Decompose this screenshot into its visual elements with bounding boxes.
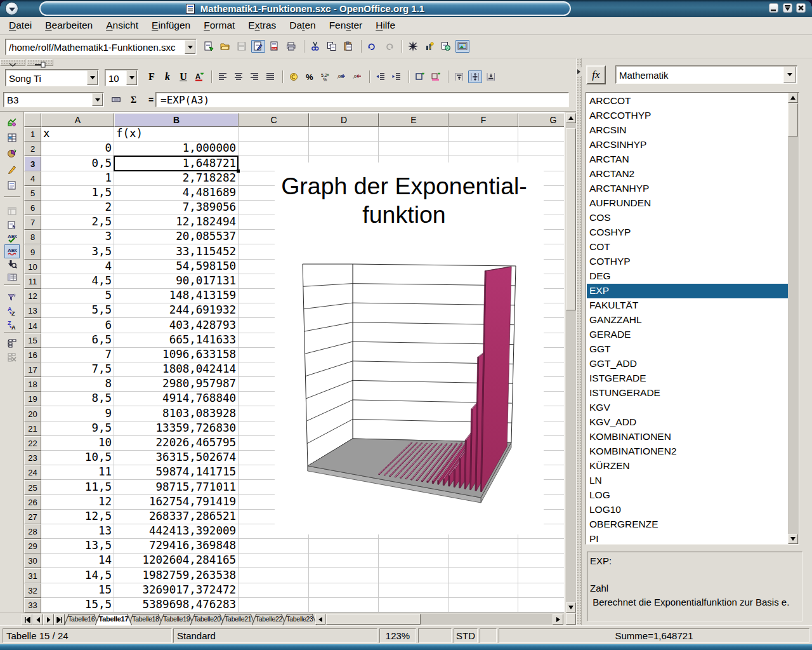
menu-hilfe[interactable]: Hilfe — [369, 17, 402, 34]
cell-G30[interactable] — [518, 554, 564, 568]
draw-functions-icon[interactable] — [4, 162, 20, 176]
background-color-icon[interactable] — [429, 70, 443, 83]
print-icon[interactable] — [284, 40, 298, 53]
cell-B17[interactable]: 1808,042414 — [114, 362, 239, 377]
toolbar-collapse-handle[interactable] — [0, 59, 25, 66]
cell-B27[interactable]: 268337,286521 — [114, 510, 239, 524]
cell-D29[interactable] — [309, 539, 379, 554]
cell-A17[interactable]: 7,5 — [41, 362, 114, 377]
function-item-OBERGRENZE[interactable]: OBERGRENZE — [587, 517, 789, 532]
list-scroll-down-icon[interactable] — [788, 534, 798, 544]
row-header-11[interactable]: 11 — [24, 274, 41, 289]
sheet-tab-tabelle22[interactable]: Tabelle22 — [252, 614, 287, 625]
select-all-corner[interactable] — [24, 113, 41, 127]
cell-F30[interactable] — [449, 554, 518, 568]
cell-A11[interactable]: 4,5 — [41, 274, 114, 289]
row-header-24[interactable]: 24 — [24, 465, 41, 480]
cell-B9[interactable]: 33,115452 — [114, 244, 239, 260]
cell-A19[interactable]: 8,5 — [41, 392, 114, 406]
function-autopilot-button[interactable]: fx — [586, 65, 606, 84]
row-header-20[interactable]: 20 — [24, 406, 41, 421]
cell-A13[interactable]: 5,5 — [41, 303, 114, 318]
find-replace-icon[interactable] — [4, 257, 20, 271]
cell-A20[interactable]: 9 — [41, 406, 114, 421]
align-bottom-icon[interactable] — [484, 70, 498, 83]
cell-A23[interactable]: 10,5 — [41, 451, 114, 465]
cell-A18[interactable]: 8 — [41, 377, 114, 392]
row-header-33[interactable]: 33 — [24, 598, 41, 613]
function-item-FAKULTÄT[interactable]: FAKULTÄT — [587, 298, 789, 313]
cell-F31[interactable] — [449, 568, 518, 583]
row-header-22[interactable]: 22 — [24, 436, 41, 451]
autofilter-icon[interactable] — [4, 290, 20, 304]
cell-C29[interactable] — [239, 539, 309, 554]
row-header-9[interactable]: 9 — [24, 244, 41, 260]
column-header-G[interactable]: G — [518, 113, 564, 127]
cell-B21[interactable]: 13359,726830 — [114, 421, 239, 436]
function-item-AUFRUNDEN[interactable]: AUFRUNDEN — [587, 196, 789, 211]
row-header-30[interactable]: 30 — [24, 554, 41, 568]
function-item-LN[interactable]: LN — [587, 474, 789, 488]
function-item-PI[interactable]: PI — [587, 532, 789, 545]
sort-descending-icon[interactable]: ZA — [4, 318, 20, 332]
function-item-GGT[interactable]: GGT — [587, 342, 789, 357]
cell-A21[interactable]: 9,5 — [41, 421, 114, 436]
cell-B30[interactable]: 1202604,284165 — [114, 554, 239, 568]
menu-daten[interactable]: Daten — [282, 17, 322, 34]
cell-B15[interactable]: 665,141633 — [114, 333, 239, 348]
insert-object-icon[interactable] — [4, 147, 20, 161]
row-header-13[interactable]: 13 — [24, 303, 41, 318]
increase-indent-icon[interactable] — [390, 70, 403, 83]
cell-B5[interactable]: 4,481689 — [114, 186, 239, 201]
cell-B29[interactable]: 729416,369848 — [114, 539, 239, 554]
cell-C2[interactable] — [239, 142, 309, 156]
insert-icon[interactable] — [4, 115, 20, 129]
row-header-6[interactable]: 6 — [24, 201, 41, 215]
row-header-18[interactable]: 18 — [24, 377, 41, 392]
column-header-B[interactable]: B — [114, 113, 239, 127]
cell-F33[interactable] — [449, 598, 518, 613]
cell-B22[interactable]: 22026,465795 — [114, 436, 239, 451]
sheet-tab-tabelle23[interactable]: Tabelle23 — [282, 614, 317, 625]
function-category-dropdown-icon[interactable] — [783, 67, 796, 83]
cell-A30[interactable]: 14 — [41, 554, 114, 568]
cell-A32[interactable]: 15 — [41, 583, 114, 598]
cell-E29[interactable] — [379, 539, 449, 554]
url-dropdown-icon[interactable] — [185, 40, 195, 54]
cell-A25[interactable]: 11,5 — [41, 480, 114, 495]
row-header-4[interactable]: 4 — [24, 171, 41, 186]
cell-A31[interactable]: 14,5 — [41, 568, 114, 583]
next-sheet-icon[interactable] — [43, 614, 54, 625]
cell-F29[interactable] — [449, 539, 518, 554]
cell-reference-dropdown-icon[interactable] — [92, 93, 103, 106]
cell-C31[interactable] — [239, 568, 309, 583]
cell-B32[interactable]: 3269017,372472 — [114, 583, 239, 598]
sheet-tab-tabelle18[interactable]: Tabelle18 — [128, 614, 163, 625]
standard-format-icon[interactable]: 5,2% — [318, 70, 332, 83]
horizontal-scrollbar[interactable] — [315, 614, 563, 625]
cell-D33[interactable] — [309, 598, 379, 613]
cell-B6[interactable]: 7,389056 — [114, 201, 239, 215]
add-decimal-icon[interactable]: ,00 — [334, 70, 348, 83]
row-header-27[interactable]: 27 — [24, 510, 41, 524]
cell-B25[interactable]: 98715,771011 — [114, 480, 239, 495]
group-icon[interactable] — [4, 336, 20, 350]
currency-format-icon[interactable] — [287, 70, 301, 83]
row-header-32[interactable]: 32 — [24, 583, 41, 598]
row-header-28[interactable]: 28 — [24, 524, 41, 539]
cell-B18[interactable]: 2980,957987 — [114, 377, 239, 392]
first-sheet-icon[interactable] — [22, 614, 32, 625]
menu-einfgen[interactable]: Einfügen — [145, 17, 197, 34]
function-item-COT[interactable]: COT — [587, 240, 789, 255]
stylist-icon[interactable] — [422, 40, 436, 53]
cell-B11[interactable]: 90,017131 — [114, 274, 239, 289]
cell-B14[interactable]: 403,428793 — [114, 318, 239, 333]
row-header-5[interactable]: 5 — [24, 186, 41, 201]
data-sources-icon[interactable] — [4, 270, 20, 284]
function-item-ISTGERADE[interactable]: ISTGERADE — [587, 371, 789, 386]
function-list[interactable]: ARCCOTARCCOTHYPARCSINARCSINHYPARCTANARCT… — [586, 92, 799, 545]
font-name-combo[interactable]: Song Ti — [5, 69, 99, 86]
cell-G31[interactable] — [518, 568, 564, 583]
align-left-icon[interactable] — [216, 70, 230, 83]
sheet-tab-tabelle16[interactable]: Tabelle16 — [64, 614, 99, 625]
